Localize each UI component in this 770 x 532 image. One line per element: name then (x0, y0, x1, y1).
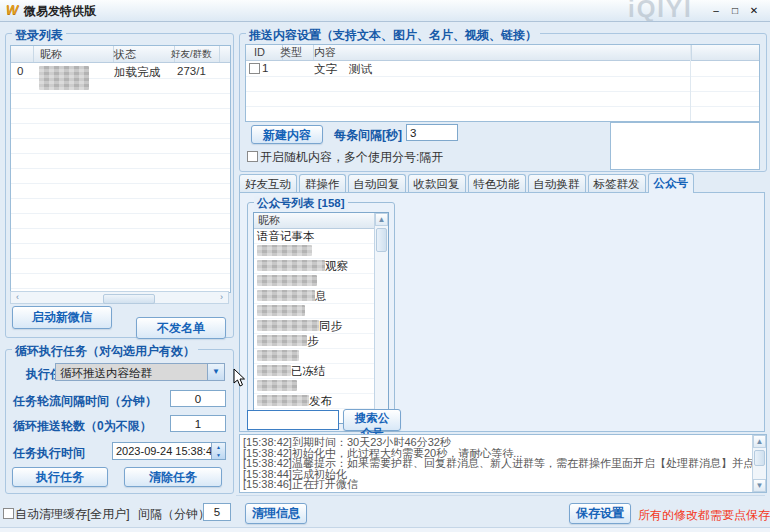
save-hint-text: 所有的修改都需要点保存 (638, 507, 770, 524)
oa-search-button[interactable]: 搜索公众号 (343, 409, 401, 431)
random-content-checkbox[interactable] (247, 151, 258, 162)
table-row[interactable] (11, 123, 230, 139)
log-area[interactable]: [15:38:42]到期时间：30天23小时46分32秒[15:38:42]初始… (239, 434, 767, 493)
clear-task-button[interactable]: 清除任务 (124, 467, 222, 487)
gap-input[interactable] (406, 124, 458, 141)
content-preview-box[interactable] (610, 122, 760, 170)
table-row[interactable] (11, 153, 230, 169)
task-select[interactable]: 循环推送内容给群 ▼ (55, 363, 225, 381)
random-content-label: 开启随机内容，多个使用分号:隔开 (260, 149, 443, 166)
title-bar: iQIYI W 微易发特供版 – □ ✕ (0, 0, 770, 22)
tab-7[interactable]: 公众号 (648, 173, 695, 193)
table-row[interactable] (246, 106, 759, 122)
table-row[interactable] (246, 91, 759, 107)
start-new-wechat-button[interactable]: 启动新微信 (12, 306, 112, 329)
close-icon[interactable]: ✕ (746, 4, 762, 18)
scroll-down-icon[interactable]: ▼ (753, 479, 766, 492)
tab-1[interactable]: 群操作 (299, 174, 346, 193)
rounds-input[interactable] (170, 415, 226, 432)
table-row[interactable] (11, 273, 230, 289)
log-line: [15:38:42]温馨提示：如果需要护群、回复群消息、新人进群等，需在群操作里… (243, 458, 752, 469)
minimize-icon[interactable]: – (708, 4, 724, 18)
list-item[interactable] (254, 379, 375, 394)
save-settings-button[interactable]: 保存设置 (569, 503, 631, 524)
table-row[interactable] (11, 108, 230, 124)
list-item[interactable]: 语音记事本 (254, 229, 375, 244)
execute-task-button[interactable]: 执行任务 (12, 467, 108, 487)
auto-clean-interval-label: 间隔（分钟） (138, 506, 210, 523)
exec-time-value: 2023-09-24 15:38:41 (116, 445, 218, 457)
table-row[interactable] (11, 183, 230, 199)
push-table-header: ID 类型 内容 (246, 45, 759, 61)
log-scrollbar[interactable]: ▲ ▼ (752, 435, 766, 492)
login-list-title: 登录列表 (12, 27, 66, 44)
tab-3[interactable]: 收款回复 (408, 174, 466, 193)
background-watermark: iQIYI (628, 0, 693, 22)
table-row[interactable] (11, 198, 230, 214)
interval-input[interactable] (170, 390, 226, 407)
table-row[interactable] (11, 228, 230, 244)
tab-5[interactable]: 自动换群 (528, 174, 586, 193)
oa-list-scrollbar[interactable]: ▲ ▼ (374, 213, 388, 423)
list-item[interactable] (254, 244, 375, 259)
vscroll-thumb[interactable] (376, 228, 387, 252)
list-item[interactable]: 步 (254, 334, 375, 349)
item-label: 观察 (325, 260, 348, 272)
scroll-up-icon[interactable]: ▲ (753, 435, 766, 448)
tab-2[interactable]: 自动回复 (348, 174, 406, 193)
spinner-icon[interactable]: ▲▼ (211, 443, 225, 459)
col-divider (690, 45, 691, 121)
list-item[interactable] (254, 304, 375, 319)
scroll-right-icon[interactable]: › (215, 292, 228, 303)
tab-4[interactable]: 特色功能 (468, 174, 526, 193)
redacted-text (257, 275, 317, 286)
chevron-down-icon[interactable]: ▼ (207, 364, 224, 380)
exec-time-picker[interactable]: 2023-09-24 15:38:41 ▲▼ (112, 442, 226, 460)
list-item[interactable]: 息 (254, 289, 375, 304)
hscroll-thumb[interactable] (103, 294, 155, 304)
col-nickname: 昵称 (34, 46, 114, 62)
item-label: 语音记事本 (257, 230, 315, 242)
push-row-content: 测试 (349, 62, 372, 77)
footer-divider (236, 495, 765, 496)
clean-info-button[interactable]: 清理信息 (245, 503, 307, 524)
list-item[interactable]: 已冻结 (254, 364, 375, 379)
official-accounts-list[interactable]: 昵称 语音记事本观察息同步步已冻结发布红 ▲ ▼ (253, 212, 389, 424)
table-row[interactable] (11, 138, 230, 154)
table-row[interactable] (246, 76, 759, 92)
push-row-checkbox[interactable] (249, 63, 260, 74)
redacted-text (257, 365, 291, 376)
login-table[interactable]: 昵称 状态 好友/群数 0 加载完成 273/1 (10, 45, 231, 293)
no-send-list-button[interactable]: 不发名单 (136, 317, 226, 339)
login-row-index: 0 (17, 65, 23, 77)
oa-list-rows: 语音记事本观察息同步步已冻结发布红 (254, 229, 375, 423)
list-item[interactable]: 同步 (254, 319, 375, 334)
redacted-text (257, 305, 305, 316)
table-row[interactable] (11, 258, 230, 274)
oa-search-input[interactable] (247, 410, 339, 430)
list-item[interactable] (254, 274, 375, 289)
item-label: 同步 (319, 320, 342, 332)
list-item[interactable]: 发布 (254, 394, 375, 409)
auto-clean-checkbox[interactable] (3, 508, 14, 519)
login-table-hscrollbar[interactable]: ‹ › (10, 291, 229, 304)
list-item[interactable] (254, 349, 375, 364)
maximize-icon[interactable]: □ (727, 4, 743, 18)
tab-6[interactable]: 标签群发 (588, 174, 646, 193)
vscroll-thumb[interactable] (754, 450, 765, 466)
auto-clean-interval-input[interactable] (203, 503, 231, 521)
new-content-button[interactable]: 新建内容 (251, 125, 323, 144)
interval-label: 任务轮流间隔时间（分钟） (13, 393, 157, 410)
push-content-table[interactable]: ID 类型 内容 1 文字 测试 (245, 44, 760, 122)
table-row[interactable] (11, 213, 230, 229)
table-row[interactable] (11, 168, 230, 184)
scroll-left-icon[interactable]: ‹ (11, 292, 24, 303)
scroll-up-icon[interactable]: ▲ (375, 213, 388, 226)
tab-0[interactable]: 好友互动 (239, 174, 297, 193)
redacted-text (257, 290, 315, 301)
table-row[interactable] (11, 243, 230, 259)
oa-list-header: 昵称 (254, 213, 375, 229)
list-item[interactable]: 观察 (254, 259, 375, 274)
col-status: 状态 (108, 46, 175, 62)
table-row[interactable] (11, 93, 230, 109)
